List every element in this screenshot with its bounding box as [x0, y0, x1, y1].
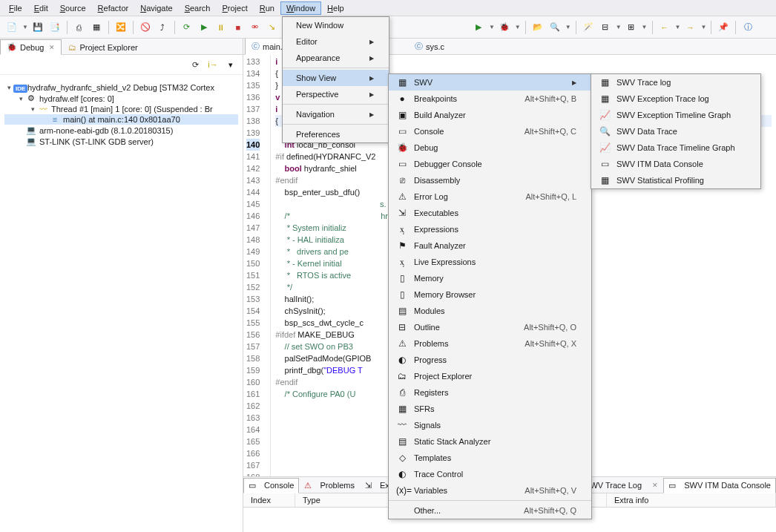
show-view-variables[interactable]: (x)=VariablesAlt+Shift+Q, V: [389, 482, 591, 499]
show-view-static-stack-analyzer[interactable]: ▤Static Stack Analyzer: [389, 433, 591, 450]
menu-window[interactable]: Window: [280, 1, 321, 15]
switch-icon[interactable]: 🔀: [114, 20, 128, 35]
swv-swv-exception-timeline-graph[interactable]: 📈SWV Exception Timeline Graph: [591, 107, 760, 123]
menu-help[interactable]: Help: [321, 1, 350, 15]
menu-show-view[interactable]: Show View▶: [283, 70, 389, 86]
menu-source[interactable]: Source: [54, 1, 92, 15]
menu-project[interactable]: Project: [217, 1, 254, 15]
show-view-error-log[interactable]: ⚠Error LogAlt+Shift+Q, L: [389, 188, 591, 205]
show-view-outline[interactable]: ⊟OutlineAlt+Shift+Q, O: [389, 319, 591, 335]
swv-swv-data-trace[interactable]: 🔍SWV Data Trace: [591, 123, 760, 139]
show-view-sfrs[interactable]: ▦SFRs: [389, 401, 591, 417]
show-view-build-analyzer[interactable]: ▣Build Analyzer: [389, 107, 591, 123]
swv-swv-trace-log[interactable]: ▦SWV Trace log: [591, 74, 760, 91]
tab-swv-trace-log[interactable]: WV Trace Log ✕: [585, 478, 663, 492]
tree-gdb[interactable]: 💻 arm-none-eabi-gdb (8.1.0.20180315): [4, 125, 238, 136]
forward-icon[interactable]: →: [683, 20, 697, 35]
th-extra-info[interactable]: Extra info: [607, 493, 776, 507]
step-into-icon[interactable]: ↘: [265, 20, 280, 35]
terminate-icon[interactable]: ■: [231, 20, 246, 35]
debug-icon[interactable]: 🐞: [497, 20, 512, 35]
menu-edit[interactable]: Edit: [28, 1, 54, 15]
view-menu-icon[interactable]: ▾: [223, 57, 238, 72]
menu-editor[interactable]: Editor▶: [283, 33, 389, 50]
menu-navigate[interactable]: Navigate: [134, 1, 178, 15]
show-view-disassembly[interactable]: ⎚Disassembly: [389, 172, 591, 188]
save-icon[interactable]: 💾: [30, 20, 45, 35]
show-view-modules[interactable]: ▤Modules: [389, 303, 591, 319]
expand-icon[interactable]: ⊞: [624, 20, 639, 35]
menu-perspective[interactable]: Perspective▶: [283, 86, 389, 102]
tab-project-explorer[interactable]: 🗂 Project Explorer: [62, 40, 144, 54]
tab-debug[interactable]: 🐞 Debug ✕: [0, 39, 62, 55]
show-view-project-explorer[interactable]: 🗂Project Explorer: [389, 368, 591, 384]
back-icon[interactable]: ←: [657, 20, 672, 35]
editor-tab-sys-c[interactable]: ⓒ sys.c: [408, 39, 451, 54]
run-icon[interactable]: ▶: [471, 20, 486, 35]
restart-icon[interactable]: ⟳: [180, 20, 194, 35]
sfrs-icon[interactable]: ▦: [89, 20, 104, 35]
tab-console[interactable]: ▭ Console: [243, 478, 299, 493]
swv-swv-statistical-profiling[interactable]: ▦SWV Statistical Profiling: [591, 172, 760, 188]
resume-icon[interactable]: ▶: [197, 20, 211, 35]
swv-swv-data-trace-timeline-graph[interactable]: 📈SWV Data Trace Timeline Graph: [591, 139, 760, 156]
show-view-breakpoints[interactable]: ●BreakpointsAlt+Shift+Q, B: [389, 91, 591, 107]
tab-swv-itm-data-console[interactable]: ▭ SWV ITM Data Console: [663, 478, 776, 493]
show-view-trace-control[interactable]: ◐Trace Control: [389, 466, 591, 482]
debug-icon: 🐞: [7, 42, 17, 52]
show-view-memory[interactable]: ▯Memory: [389, 270, 591, 286]
debug-relaunch-icon[interactable]: ⟳: [188, 57, 203, 72]
registers-icon[interactable]: ⎙: [72, 20, 87, 35]
show-view-debug[interactable]: 🐞Debug: [389, 139, 591, 156]
show-view-templates[interactable]: ◇Templates: [389, 450, 591, 466]
menu-new-window[interactable]: New Window: [283, 17, 389, 33]
suspend-icon[interactable]: ⏸: [214, 20, 228, 35]
show-view-fault-analyzer[interactable]: ⚑Fault Analyzer: [389, 237, 591, 254]
show-view-progress[interactable]: ◐Progress: [389, 352, 591, 368]
no-skip-icon[interactable]: 🚫: [138, 20, 153, 35]
new-icon[interactable]: 📄: [4, 20, 19, 35]
disconnect-icon[interactable]: ⚮: [248, 20, 263, 35]
show-view-signals[interactable]: 〰Signals: [389, 417, 591, 433]
search-icon[interactable]: 🔍: [548, 20, 562, 35]
show-view-executables[interactable]: ⇲Executables: [389, 205, 591, 221]
menu-appearance[interactable]: Appearance▶: [283, 50, 389, 66]
tree-thread[interactable]: ▾ 〰 Thread #1 [main] 1 [core: 0] (Suspen…: [4, 104, 238, 114]
show-view-other-[interactable]: Other...Alt+Shift+Q, Q: [389, 502, 591, 519]
tree-launch[interactable]: ▾ IDE hydrafw_hydranfc_shield_v2 Debug […: [4, 82, 238, 93]
open-folder-icon[interactable]: 📂: [530, 20, 545, 35]
menu-navigation[interactable]: Navigation▶: [283, 106, 389, 122]
show-view-debugger-console[interactable]: ▭Debugger Console: [389, 156, 591, 172]
menu-search[interactable]: Search: [179, 1, 217, 15]
collapse-icon[interactable]: ⊟: [598, 20, 613, 35]
show-view-problems[interactable]: ⚠ProblemsAlt+Shift+Q, X: [389, 335, 591, 352]
th-index[interactable]: Index: [243, 493, 295, 507]
show-view-live-expressions[interactable]: ᶍLive Expressions: [389, 254, 591, 270]
close-icon[interactable]: ✕: [652, 482, 658, 489]
wand-icon[interactable]: 🪄: [581, 20, 596, 35]
tab-problems[interactable]: ⚠ Problems: [299, 478, 360, 493]
menu-item-icon: ◇: [396, 453, 408, 463]
menu-item-icon: ⇲: [396, 208, 408, 218]
swv-swv-exception-trace-log[interactable]: ▦SWV Exception Trace log: [591, 91, 760, 107]
tree-elf[interactable]: ▾ ⚙ hydrafw.elf [cores: 0]: [4, 93, 238, 104]
show-view-registers[interactable]: ⎙Registers: [389, 384, 591, 401]
menu-item-icon: 🗂: [396, 371, 408, 381]
menu-file[interactable]: File: [3, 1, 28, 15]
show-view-memory-browser[interactable]: ▯Memory Browser: [389, 286, 591, 303]
info-icon[interactable]: ⓘ: [740, 20, 755, 35]
show-view-swv[interactable]: ▦SWV▶: [389, 74, 591, 91]
show-view-expressions[interactable]: ᶍExpressions: [389, 221, 591, 237]
close-icon[interactable]: ✕: [49, 44, 55, 51]
save-all-icon[interactable]: 📑: [47, 20, 62, 35]
skip-breakpoints-icon[interactable]: ⤴: [155, 20, 170, 35]
menu-refactor[interactable]: Refactor: [92, 1, 135, 15]
swv-swv-itm-data-console[interactable]: ▭SWV ITM Data Console: [591, 156, 760, 172]
tree-stlink[interactable]: 💻 ST-LINK (ST-LINK GDB server): [4, 136, 238, 147]
step-into-icon[interactable]: i→: [205, 57, 220, 72]
menu-run[interactable]: Run: [254, 1, 280, 15]
show-view-console[interactable]: ▭ConsoleAlt+Shift+Q, C: [389, 123, 591, 139]
pin-icon[interactable]: 📌: [716, 20, 731, 35]
tree-frame[interactable]: ≡ main() at main.c:140 0x801aa70: [4, 114, 238, 125]
menu-preferences[interactable]: Preferences: [283, 126, 389, 142]
